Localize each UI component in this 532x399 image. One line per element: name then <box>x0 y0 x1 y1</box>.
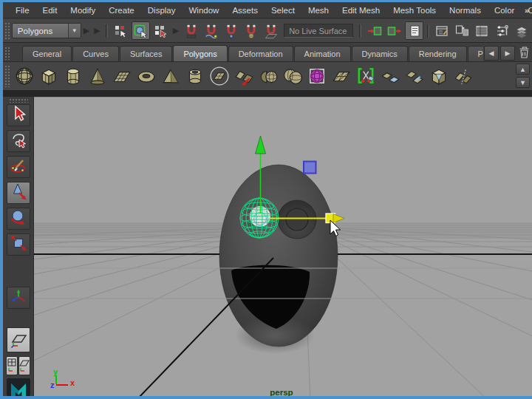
shelf-item-poly-plane[interactable] <box>109 64 134 89</box>
live-surface-field[interactable]: No Live Surface <box>284 24 353 38</box>
menu-normals[interactable]: Normals <box>443 4 488 17</box>
window-border-top <box>0 0 532 2</box>
select-component-icon[interactable] <box>151 21 170 40</box>
tab-scroll-right-icon[interactable]: ▶ <box>500 46 515 61</box>
shelf-tab-curves[interactable]: Curves <box>72 46 119 61</box>
snap-group <box>181 21 281 40</box>
menu-assets[interactable]: Assets <box>225 4 265 17</box>
section-collapse-icon[interactable]: ▶ <box>94 26 100 35</box>
shelf: ▲ ▼ <box>3 62 532 91</box>
poly-pyramid-icon <box>160 66 181 86</box>
menu-edit-mesh[interactable]: Edit Mesh <box>335 4 386 17</box>
rotate-tool[interactable] <box>7 208 30 230</box>
menu-edit[interactable]: Edit <box>36 4 64 17</box>
snap-projected-center-icon[interactable] <box>242 21 260 40</box>
output-connections-icon[interactable] <box>385 21 403 40</box>
move-tool-icon <box>9 182 28 204</box>
shelf-item-poly-sphere[interactable] <box>12 64 36 89</box>
menu-create[interactable]: Create <box>102 4 141 17</box>
menu-select[interactable]: Select <box>265 4 301 17</box>
connection-editor-icon[interactable] <box>453 21 471 40</box>
chevron-down-icon[interactable]: ▼ <box>68 24 81 38</box>
shelf-tab-pai[interactable]: Pai <box>468 46 483 61</box>
lasso-tool[interactable] <box>7 130 30 152</box>
section-collapse-icon[interactable]: ▶ <box>173 26 179 35</box>
shelf-item-poly-pipe[interactable] <box>183 64 207 89</box>
shelf-scroll-down-icon[interactable]: ▼ <box>516 77 530 88</box>
shelf-scroll-up-icon[interactable]: ▲ <box>516 64 530 75</box>
construction-history-icon[interactable] <box>405 21 423 40</box>
shelf-item-extrude[interactable] <box>378 64 402 89</box>
tool-settings-icon[interactable] <box>493 21 511 40</box>
rotate-tool-icon <box>9 208 28 230</box>
poly-plane-icon <box>112 66 132 86</box>
shelf-grip[interactable] <box>4 47 10 60</box>
toolbox-grip[interactable] <box>9 98 28 103</box>
shelf-item-poly-pyramid[interactable] <box>158 64 183 89</box>
statusbar-grip[interactable] <box>4 22 10 40</box>
shelf-item-boolean[interactable] <box>280 64 304 89</box>
right-eye[interactable] <box>278 200 316 239</box>
menu-file[interactable]: File <box>9 4 36 17</box>
perspective-viewport[interactable]: y z x persp <box>34 97 532 396</box>
last-tool[interactable] <box>7 287 30 309</box>
layout-single-pane[interactable] <box>7 327 30 353</box>
select-object-icon[interactable] <box>132 21 150 40</box>
input-connections-icon[interactable] <box>365 21 383 40</box>
shelf-tab-rendering[interactable]: Rendering <box>409 46 467 61</box>
status-line: Polygons ▼ ▶ ▶ ▶ No Live Surface <box>3 19 532 43</box>
move-tool[interactable] <box>7 182 30 204</box>
shelf-item-duplicate-face[interactable] <box>402 64 426 89</box>
trash-icon[interactable] <box>516 44 532 61</box>
make-live-icon[interactable] <box>262 21 280 40</box>
paint-select-tool-icon <box>9 156 28 178</box>
shelf-grip[interactable] <box>4 65 10 87</box>
statusbar-separator <box>359 24 361 38</box>
shelf-item-mirror-geometry[interactable] <box>451 64 475 89</box>
manip-plane-handle[interactable] <box>304 162 316 174</box>
shelf-tab-dynamics[interactable]: Dynamics <box>352 46 408 61</box>
snap-point-icon[interactable] <box>222 21 240 40</box>
shelf-item-poly-torus[interactable] <box>134 64 158 89</box>
shelf-item-triangulate[interactable] <box>329 64 353 89</box>
poly-pipe-icon <box>185 66 205 86</box>
shelf-item-bevel[interactable] <box>426 64 451 89</box>
maya-logo <box>7 378 30 396</box>
attribute-editor-icon[interactable] <box>433 21 451 40</box>
menu-window[interactable]: Window <box>182 4 225 17</box>
tab-scroll-left-icon[interactable]: ◀ <box>484 46 499 61</box>
shelf-item-interactive-creation[interactable] <box>207 64 231 89</box>
shelf-item-split-mesh[interactable] <box>353 64 378 89</box>
shelf-tab-surfaces[interactable]: Surfaces <box>120 46 172 61</box>
menu-set-dropdown[interactable]: Polygons ▼ <box>12 23 81 38</box>
shelf-item-poly-cylinder[interactable] <box>61 64 85 89</box>
menu-overflow-chevron[interactable]: » <box>525 6 529 15</box>
shelf-item-poly-cone[interactable] <box>85 64 109 89</box>
paint-select-tool[interactable] <box>7 156 30 178</box>
shelf-tab-general[interactable]: General <box>22 46 72 61</box>
shelf-item-poly-cube[interactable] <box>36 64 61 89</box>
menu-color[interactable]: Color <box>488 4 521 17</box>
menu-modify[interactable]: Modify <box>64 4 102 17</box>
scale-tool[interactable] <box>7 233 30 256</box>
poly-cone-icon <box>87 66 108 86</box>
shelf-tab-deformation[interactable]: Deformation <box>228 46 293 61</box>
shelf-item-combine[interactable] <box>231 64 256 89</box>
shelf-item-separate[interactable] <box>256 64 280 89</box>
layer-editor-icon[interactable] <box>513 21 531 40</box>
layout-four-pane[interactable] <box>18 356 30 375</box>
tool-buttons <box>7 104 30 259</box>
menu-mesh[interactable]: Mesh <box>301 4 335 17</box>
select-hierarchy-icon[interactable] <box>112 21 130 40</box>
shelf-item-smooth[interactable] <box>304 64 329 89</box>
section-collapse-icon[interactable]: ▶ <box>83 26 89 35</box>
snap-curve-icon[interactable] <box>202 21 220 40</box>
menu-mesh-tools[interactable]: Mesh Tools <box>386 4 443 17</box>
select-tool[interactable] <box>7 104 30 126</box>
snap-grid-icon[interactable] <box>182 21 200 40</box>
channel-box-icon[interactable] <box>473 21 491 40</box>
layout-pane[interactable] <box>6 356 18 375</box>
shelf-tab-polygons[interactable]: Polygons <box>173 45 227 61</box>
shelf-tab-animation[interactable]: Animation <box>294 46 351 61</box>
menu-display[interactable]: Display <box>141 4 183 17</box>
